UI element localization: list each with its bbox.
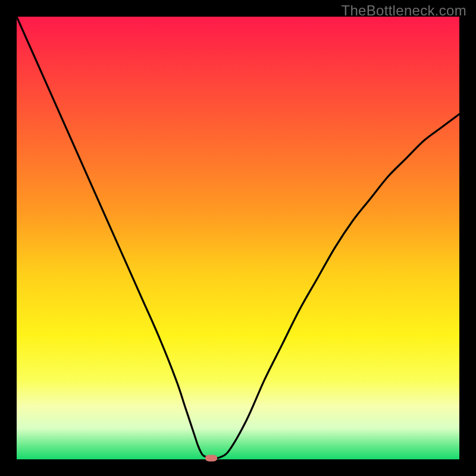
bottleneck-curve — [17, 17, 459, 458]
curve-svg — [17, 17, 459, 459]
plot-area — [17, 17, 459, 459]
optimum-marker — [205, 455, 217, 461]
chart-frame: TheBottleneck.com — [0, 0, 476, 476]
